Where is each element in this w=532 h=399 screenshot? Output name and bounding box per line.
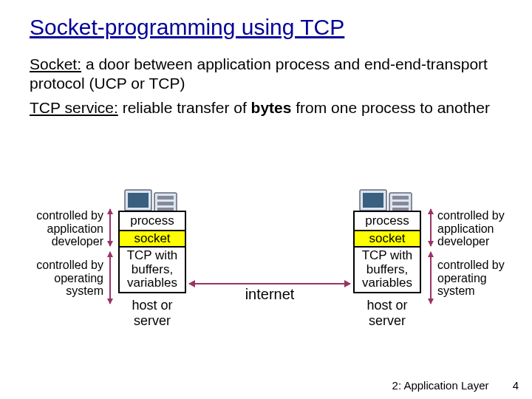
tcp-service-post: from one process to another (291, 99, 489, 116)
svg-rect-5 (157, 202, 174, 205)
process-box-right: process (353, 211, 421, 231)
svg-rect-8 (363, 193, 383, 208)
label-os-left: controlled by operating system (22, 259, 103, 298)
label-app-dev-left: controlled by application developer (22, 209, 103, 248)
tcp-service-pre: reliable transfer of (118, 99, 251, 116)
socket-diagram: controlled by application developer cont… (0, 196, 532, 381)
definition-tcp-service: TCP service: reliable transfer of bytes … (30, 98, 502, 117)
footer-page-number: 4 (513, 379, 519, 392)
arrow-app-dev-left (109, 209, 111, 246)
socket-text: a door between application process and e… (30, 55, 488, 92)
slide-title: Socket-programming using TCP (30, 15, 502, 40)
socket-label: Socket: (30, 55, 81, 72)
arrow-app-dev-right (430, 209, 432, 246)
host-label-right: host or server (353, 298, 421, 328)
internet-label: internet (236, 286, 303, 303)
host-stack-left: process socket TCP with buffers, variabl… (118, 196, 186, 328)
svg-rect-11 (392, 196, 409, 200)
tcp-box-right: TCP with buffers, variables (353, 246, 421, 293)
tcp-service-label: TCP service: (30, 99, 118, 116)
label-app-dev-right: controlled by application developer (437, 209, 519, 248)
internet-arrow (189, 283, 350, 284)
socket-box-right: socket (353, 230, 421, 248)
footer-chapter: 2: Application Layer (392, 379, 489, 392)
arrow-os-left (109, 252, 111, 304)
host-label-left: host or server (118, 298, 186, 328)
process-box-left: process (118, 211, 186, 231)
svg-rect-1 (128, 193, 149, 208)
host-stack-right: process socket TCP with buffers, variabl… (353, 196, 421, 328)
socket-box-left: socket (118, 230, 186, 248)
arrow-os-right (430, 252, 432, 304)
svg-rect-12 (392, 202, 409, 205)
label-os-right: controlled by operating system (437, 259, 519, 298)
tcp-service-bold: bytes (251, 99, 292, 116)
tcp-box-left: TCP with buffers, variables (118, 246, 186, 293)
definition-socket: Socket: a door between application proce… (30, 55, 502, 94)
svg-rect-4 (157, 196, 174, 200)
slide-footer: 2: Application Layer 4 (392, 379, 519, 392)
